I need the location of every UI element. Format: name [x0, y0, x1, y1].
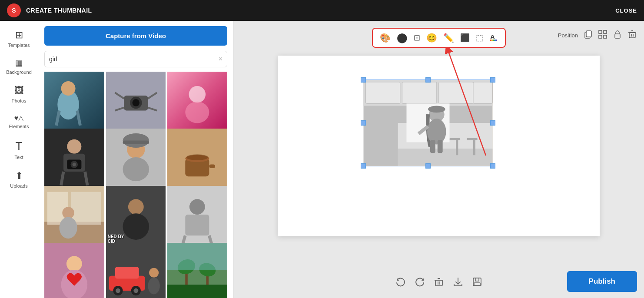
- photos-label: Photos: [11, 98, 26, 103]
- delete-icon[interactable]: [627, 30, 637, 41]
- resize-handle-br[interactable]: [490, 163, 495, 169]
- photo-thumb[interactable]: [44, 186, 104, 246]
- photo-thumb[interactable]: [44, 129, 104, 189]
- svg-point-15: [189, 86, 206, 103]
- svg-point-40: [59, 217, 77, 238]
- photo-thumb[interactable]: [44, 243, 104, 298]
- svg-point-33: [186, 154, 208, 160]
- resize-handle-tr[interactable]: [490, 77, 495, 83]
- svg-rect-101: [473, 140, 475, 156]
- grid-icon[interactable]: [598, 30, 607, 41]
- brush-icon[interactable]: ✏️: [443, 33, 454, 43]
- svg-rect-28: [123, 141, 149, 144]
- svg-rect-96: [438, 140, 443, 153]
- svg-rect-109: [475, 278, 479, 281]
- svg-rect-86: [402, 82, 437, 104]
- sidebar-icons: ⊞ Templates ▦ Background 🖼 Photos ♥△ Ele…: [0, 21, 38, 298]
- svg-rect-78: [629, 33, 635, 38]
- download-button[interactable]: [453, 277, 463, 289]
- sidebar-item-photos[interactable]: 🖼 Photos: [0, 80, 38, 109]
- brightness-icon[interactable]: ⬤: [397, 32, 408, 43]
- resize-handle-bl[interactable]: [361, 163, 366, 169]
- svg-rect-67: [167, 285, 227, 298]
- svg-rect-98: [450, 138, 461, 140]
- text-label: Text: [14, 155, 23, 160]
- sidebar-item-uploads[interactable]: ⬆ Uploads: [0, 165, 38, 194]
- resize-handle-bc[interactable]: [425, 163, 431, 169]
- svg-point-59: [133, 288, 138, 293]
- sidebar-item-templates[interactable]: ⊞ Templates: [0, 24, 38, 53]
- text-color-icon[interactable]: A: [489, 33, 498, 43]
- svg-point-46: [189, 199, 205, 215]
- resize-handle-ml[interactable]: [361, 120, 366, 126]
- svg-rect-75: [599, 35, 602, 38]
- face-icon[interactable]: 😊: [426, 33, 437, 43]
- background-label: Background: [6, 70, 32, 75]
- svg-rect-87: [439, 82, 473, 104]
- svg-rect-95: [430, 140, 435, 153]
- svg-rect-99: [456, 140, 458, 156]
- redo-button[interactable]: [415, 277, 425, 289]
- svg-point-60: [149, 268, 159, 278]
- svg-point-8: [132, 99, 139, 106]
- logo: S: [7, 3, 21, 17]
- svg-rect-90: [398, 149, 493, 166]
- svg-point-57: [116, 288, 120, 293]
- capture-from-video-button[interactable]: Capture from Video: [44, 26, 227, 46]
- photo-thumb[interactable]: [167, 129, 227, 189]
- photo-thumb[interactable]: [44, 72, 104, 132]
- bottom-toolbar: [395, 277, 482, 289]
- svg-point-61: [148, 278, 160, 295]
- photos-icon: 🖼: [14, 85, 24, 96]
- close-button[interactable]: CLOSE: [615, 7, 637, 14]
- svg-point-2: [61, 81, 76, 96]
- clear-search-button[interactable]: ×: [219, 55, 222, 63]
- resize-handle-tc[interactable]: [425, 77, 431, 83]
- header-left: S CREATE THUMBNAIL: [7, 3, 92, 17]
- svg-rect-100: [467, 138, 478, 140]
- svg-rect-110: [474, 283, 480, 285]
- uploads-icon: ⬆: [15, 170, 23, 182]
- crop-icon[interactable]: ⊡: [414, 33, 420, 43]
- resize-handle-mr[interactable]: [490, 120, 495, 126]
- svg-rect-88: [473, 82, 493, 104]
- svg-point-39: [62, 207, 74, 219]
- top-right-controls: Position: [558, 30, 637, 41]
- sidebar-item-background[interactable]: ▦ Background: [0, 53, 38, 80]
- flip-icon[interactable]: ⬛: [460, 33, 470, 43]
- sidebar-item-text[interactable]: T Text: [0, 134, 38, 165]
- svg-rect-68: [167, 243, 227, 270]
- photo-thumb[interactable]: [167, 243, 227, 298]
- photo-grid: NED BYCID: [38, 72, 233, 298]
- svg-rect-70: [490, 40, 497, 41]
- selected-image[interactable]: [363, 79, 493, 166]
- text-icon: T: [16, 139, 23, 153]
- photo-thumb[interactable]: [106, 72, 166, 132]
- photo-thumb[interactable]: [167, 72, 227, 132]
- svg-rect-55: [115, 267, 139, 279]
- save-button[interactable]: [472, 277, 482, 289]
- left-panel: Capture from Video ×: [38, 21, 234, 298]
- uploads-label: Uploads: [10, 183, 27, 189]
- publish-button[interactable]: Publish: [567, 271, 637, 292]
- templates-icon: ⊞: [15, 30, 23, 41]
- svg-rect-77: [615, 34, 620, 38]
- search-input[interactable]: [49, 56, 219, 63]
- image-toolbar: 🎨 ⬤ ⊡ 😊 ✏️ ⬛ ⬚ A: [372, 28, 506, 48]
- svg-point-22: [73, 163, 76, 166]
- svg-rect-74: [604, 30, 607, 33]
- marquee-icon[interactable]: ⬚: [476, 33, 483, 43]
- photo-thumb[interactable]: [167, 186, 227, 246]
- photo-thumb[interactable]: [106, 243, 166, 298]
- undo-button[interactable]: [395, 277, 406, 289]
- photo-thumb[interactable]: NED BYCID: [106, 186, 166, 246]
- photo-thumb[interactable]: [106, 129, 166, 189]
- delete-element-button[interactable]: [434, 277, 444, 289]
- lock-icon[interactable]: [613, 30, 622, 41]
- canvas-workspace[interactable]: [278, 56, 600, 236]
- copy-icon[interactable]: [583, 30, 593, 41]
- resize-handle-tl[interactable]: [361, 77, 366, 83]
- main-layout: ⊞ Templates ▦ Background 🖼 Photos ♥△ Ele…: [0, 21, 644, 298]
- sidebar-item-elements[interactable]: ♥△ Elements: [0, 109, 38, 134]
- palette-icon[interactable]: 🎨: [380, 33, 391, 43]
